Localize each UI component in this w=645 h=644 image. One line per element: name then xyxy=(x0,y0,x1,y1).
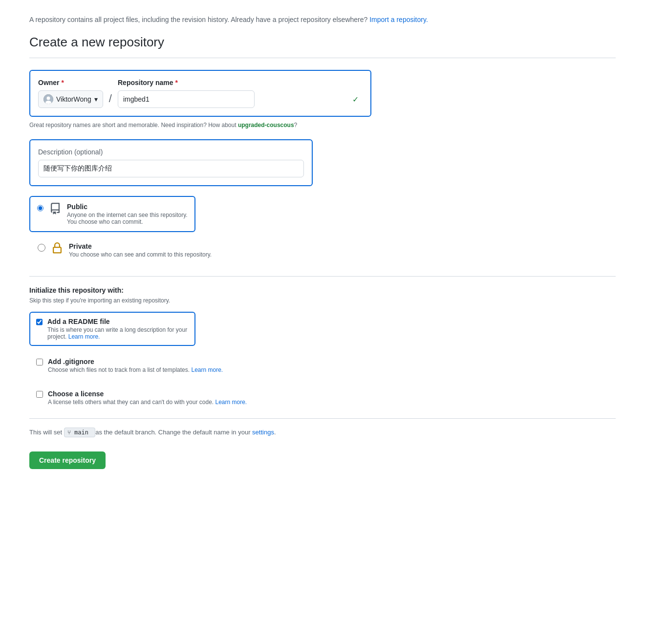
license-text: Choose a license A license tells others … xyxy=(48,390,247,406)
owner-avatar xyxy=(43,94,53,104)
private-lock-icon xyxy=(51,242,63,256)
private-option[interactable]: Private You choose who can see and commi… xyxy=(29,236,616,264)
readme-learn-more[interactable]: Learn more. xyxy=(68,333,100,340)
license-option[interactable]: Choose a license A license tells others … xyxy=(29,385,616,410)
gitignore-checkbox[interactable] xyxy=(36,359,43,365)
private-visibility-text: Private You choose who can see and commi… xyxy=(69,242,212,258)
repo-name-input-wrapper: ✓ xyxy=(118,90,363,108)
branch-divider xyxy=(29,418,616,419)
init-divider xyxy=(29,276,616,277)
public-book-icon xyxy=(49,203,61,216)
page-title: Create a new repository xyxy=(29,35,616,50)
title-divider xyxy=(29,58,616,58)
readme-option[interactable]: Add a README file This is where you can … xyxy=(29,312,195,346)
repo-name-valid-icon: ✓ xyxy=(352,95,359,104)
owner-dropdown-icon: ▾ xyxy=(94,95,98,103)
skip-text: Skip this step if you're importing an ex… xyxy=(29,297,616,304)
repo-name-input[interactable] xyxy=(118,90,255,108)
private-radio[interactable] xyxy=(38,244,45,252)
gitignore-text: Add .gitignore Choose which files not to… xyxy=(48,358,223,373)
readme-checkbox[interactable] xyxy=(36,319,43,325)
license-checkbox[interactable] xyxy=(36,391,43,398)
path-separator: / xyxy=(103,92,118,108)
public-visibility-text: Public Anyone on the internet can see th… xyxy=(67,203,188,225)
description-label: Description (optional) xyxy=(38,148,304,156)
owner-repo-box: Owner * ViktorWong ▾ / Repository name *… xyxy=(29,70,371,117)
import-link[interactable]: Import a repository. xyxy=(369,16,428,23)
gitignore-learn-more[interactable]: Learn more. xyxy=(191,366,223,373)
owner-select-dropdown[interactable]: ViktorWong ▾ xyxy=(38,90,103,108)
visibility-section: Public Anyone on the internet can see th… xyxy=(29,196,616,264)
description-box: Description (optional) xyxy=(29,139,313,186)
branch-icon: ⑂ xyxy=(67,429,74,436)
gitignore-option[interactable]: Add .gitignore Choose which files not to… xyxy=(29,353,616,378)
public-option[interactable]: Public Anyone on the internet can see th… xyxy=(29,196,195,232)
svg-point-1 xyxy=(47,97,50,100)
owner-required: * xyxy=(61,79,64,86)
readme-text: Add a README file This is where you can … xyxy=(47,318,189,340)
init-title: Initialize this repository with: xyxy=(29,286,616,294)
settings-link[interactable]: settings xyxy=(252,429,274,436)
repo-name-hint: Great repository names are short and mem… xyxy=(29,121,616,129)
repo-name-label: Repository name * xyxy=(118,79,363,86)
intro-text: A repository contains all project files,… xyxy=(29,15,616,25)
branch-name-badge: ⑂ main xyxy=(64,428,95,437)
repo-name-field: Repository name * ✓ xyxy=(118,79,363,108)
owner-label: Owner * xyxy=(38,79,103,86)
description-input[interactable] xyxy=(38,160,304,177)
public-radio[interactable] xyxy=(37,204,43,212)
description-optional: (optional) xyxy=(74,148,103,156)
repo-required: * xyxy=(175,79,177,86)
initialize-section: Initialize this repository with: Skip th… xyxy=(29,286,616,410)
branch-note: This will set ⑂ main as the default bran… xyxy=(29,429,616,436)
suggestion-link[interactable]: upgraded-couscous xyxy=(238,122,294,129)
owner-name: ViktorWong xyxy=(56,95,91,103)
license-learn-more[interactable]: Learn more. xyxy=(215,399,247,406)
owner-field: Owner * ViktorWong ▾ xyxy=(38,79,103,108)
create-repository-button[interactable]: Create repository xyxy=(29,451,106,469)
